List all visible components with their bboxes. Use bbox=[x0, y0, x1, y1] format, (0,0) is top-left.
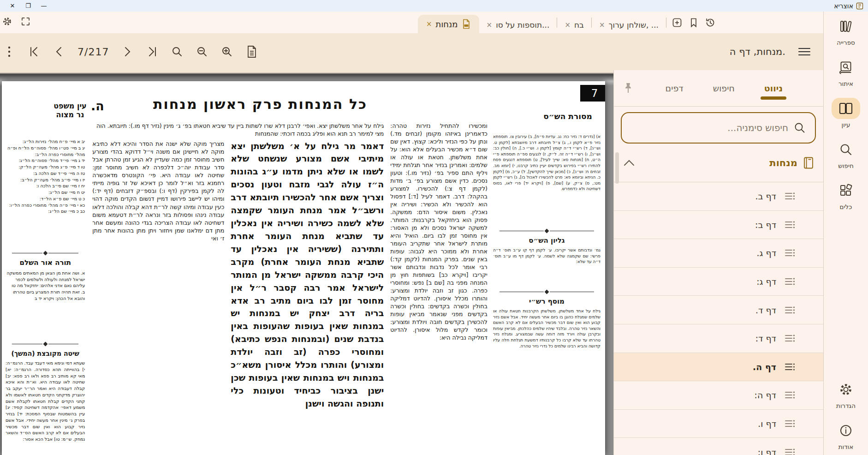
gemara-text: דאמר מר גילח על א׳ משלשתן יצא מיתיבי אשם… bbox=[231, 141, 384, 408]
zoom-in-icon[interactable] bbox=[220, 46, 233, 58]
talmud-chapter-header: כל המנחות פרק ראשון מנחות bbox=[149, 96, 371, 112]
musaf-rashi-header: מוסף רש״י bbox=[493, 297, 600, 306]
sidebar-label: עיון bbox=[842, 121, 850, 128]
masoret-hashas-header: מסורת הש״ס bbox=[542, 112, 593, 121]
app-logo-icon bbox=[856, 2, 863, 10]
ornament-divider bbox=[12, 251, 78, 255]
sidebar-item-settings[interactable]: הגדרות bbox=[832, 379, 860, 409]
list-icon bbox=[785, 419, 796, 428]
chevron-up-icon[interactable] bbox=[623, 159, 635, 167]
tosafot-top-block: גילח על אחר משלשתן יצא. ואפי׳ לרבנן דלא … bbox=[92, 122, 384, 138]
window-minimize-button[interactable]: — bbox=[36, 2, 52, 9]
pdf-viewer[interactable]: 7 כל המנחות פרק ראשון מנחות ה. מסורת הש״… bbox=[0, 70, 613, 455]
daf-row[interactable]: דף ה: bbox=[614, 381, 823, 410]
fullscreen-icon[interactable] bbox=[19, 15, 31, 27]
sidebar-label: איתור bbox=[838, 80, 853, 87]
search-icon bbox=[832, 139, 860, 160]
prev-page-icon[interactable] bbox=[53, 46, 65, 58]
add-tab-icon[interactable] bbox=[671, 17, 683, 29]
sidebar-item-search[interactable]: חיפוש bbox=[832, 139, 860, 169]
sidebar-label: ספרייה bbox=[837, 39, 855, 46]
gear-icon[interactable] bbox=[1, 15, 13, 27]
next-page-icon[interactable] bbox=[121, 46, 134, 58]
first-page-icon[interactable] bbox=[28, 46, 41, 58]
window-restore-button[interactable]: ❐ bbox=[20, 2, 36, 9]
book-tree-header[interactable]: מנחות bbox=[614, 144, 823, 182]
daf-row[interactable]: דף ג: bbox=[614, 268, 823, 296]
tab-label: בח bbox=[574, 20, 584, 30]
panel-scrollbar[interactable] bbox=[615, 152, 619, 184]
panel-tab-pages[interactable]: דפים bbox=[666, 83, 684, 93]
sidebar-label: חיפוש bbox=[838, 162, 854, 169]
musaf-rashi-text: גילח על אחד משלשתן. משלשתן הקרבנות חטאת … bbox=[493, 308, 600, 349]
list-icon bbox=[785, 448, 796, 455]
window-close-button[interactable]: ✕ bbox=[5, 2, 20, 9]
history-icon[interactable] bbox=[704, 17, 716, 29]
ein-mishpat-header: עין משפט נר מצוה bbox=[49, 102, 91, 119]
daf-row[interactable]: דף ב: bbox=[614, 211, 823, 239]
tab-close-icon[interactable]: × bbox=[487, 21, 493, 29]
bookmark-search-box[interactable] bbox=[621, 112, 816, 144]
gilyon-text: גמ׳ ונדבותם אשר יקריבו. ע׳ לקמן דף קו ע״… bbox=[493, 247, 600, 287]
app-title: אוצריא bbox=[834, 2, 853, 10]
sidebar-item-library[interactable]: ספרייה bbox=[832, 16, 860, 46]
shita-header: שיטה מקובצת (המשך) bbox=[6, 349, 85, 358]
app-brand: אוצריא bbox=[834, 2, 863, 10]
search-icon[interactable] bbox=[171, 46, 184, 58]
panel-tab-bar: ניווט חיפוש דפים bbox=[614, 70, 823, 107]
document-title: מנחות, דף ה. bbox=[730, 46, 785, 57]
sidebar-item-locate[interactable]: איתור bbox=[832, 57, 860, 87]
ornament-divider bbox=[12, 342, 78, 346]
hamburger-menu-icon[interactable] bbox=[797, 47, 811, 57]
book-search-icon bbox=[832, 57, 860, 78]
gemara-column: דאמר מר גילח על א׳ משלשתן יצא מיתיבי אשם… bbox=[231, 140, 384, 410]
sidebar-item-study[interactable]: עיון bbox=[832, 98, 860, 128]
ein-mishpat-refs: יב א מיי׳ פ״ח מהל׳ נזירות הל״ג: יג ב מיי… bbox=[6, 138, 85, 248]
sidebar-item-tools[interactable]: כלים bbox=[832, 180, 860, 210]
daf-row[interactable]: דף ד: bbox=[614, 324, 823, 353]
bookmark-search-input[interactable] bbox=[631, 122, 788, 133]
ein-mishpat-column: יב א מיי׳ פ״ח מהל׳ נזירות הל״ג: יג ב מיי… bbox=[6, 122, 85, 455]
tab-close-icon[interactable]: × bbox=[599, 21, 605, 29]
daf-row[interactable]: דף ד. bbox=[614, 296, 823, 324]
daf-row-label: דף ה. bbox=[753, 362, 776, 372]
info-icon bbox=[832, 420, 860, 441]
tab-close-icon[interactable]: × bbox=[426, 20, 432, 28]
page-indicator[interactable]: 7/217 bbox=[77, 46, 109, 58]
gilyon-hashas-header: גליון הש״ס bbox=[493, 236, 600, 245]
tab-shulchan-aruch[interactable]: × שולחן ערוך, ... bbox=[592, 17, 666, 33]
kebab-menu-icon[interactable] bbox=[3, 46, 16, 58]
book-icon bbox=[803, 156, 814, 169]
pin-icon[interactable] bbox=[624, 82, 632, 94]
book-title: מנחות bbox=[769, 157, 797, 168]
open-book-icon bbox=[832, 98, 860, 119]
tab-tosafot[interactable]: × תוספות על סו... bbox=[479, 17, 557, 33]
panel-tab-search[interactable]: חיפוש bbox=[713, 83, 735, 93]
daf-row[interactable]: דף ג. bbox=[614, 239, 823, 268]
sidebar-label: הגדרות bbox=[836, 402, 856, 409]
daf-row-label: דף ב: bbox=[755, 220, 776, 230]
tab-menachot[interactable]: × מנחות bbox=[418, 15, 479, 33]
document-icon[interactable] bbox=[245, 45, 258, 58]
daf-row[interactable]: דף ו: bbox=[614, 438, 823, 455]
tab-close-icon[interactable]: × bbox=[565, 21, 571, 29]
daf-row[interactable]: דף ב. bbox=[614, 182, 823, 211]
list-icon bbox=[785, 277, 796, 286]
zoom-out-icon[interactable] bbox=[196, 46, 208, 58]
torah-or-header: תורה אור השלם bbox=[6, 258, 85, 268]
list-icon bbox=[785, 220, 796, 229]
search-icon bbox=[794, 122, 806, 134]
daf-row-selected[interactable]: דף ה. bbox=[614, 353, 823, 382]
daf-row-label: דף ג. bbox=[757, 248, 776, 258]
panel-tab-navigation[interactable]: ניווט bbox=[764, 83, 783, 93]
list-icon bbox=[785, 248, 796, 257]
last-page-icon[interactable] bbox=[146, 46, 159, 58]
tab-bach[interactable]: × בח bbox=[557, 17, 591, 33]
bookmark-icon[interactable] bbox=[688, 17, 700, 29]
daf-row[interactable]: דף ו. bbox=[614, 410, 823, 438]
rashi-text: ומכשירו להתחיל נזירות טהרה: כדאמרינן באי… bbox=[390, 122, 488, 341]
list-icon bbox=[785, 305, 796, 315]
daf-marker: ה. bbox=[91, 99, 104, 113]
sidebar-item-about[interactable]: אודות bbox=[832, 420, 860, 450]
sidebar-label: כלים bbox=[840, 203, 852, 210]
